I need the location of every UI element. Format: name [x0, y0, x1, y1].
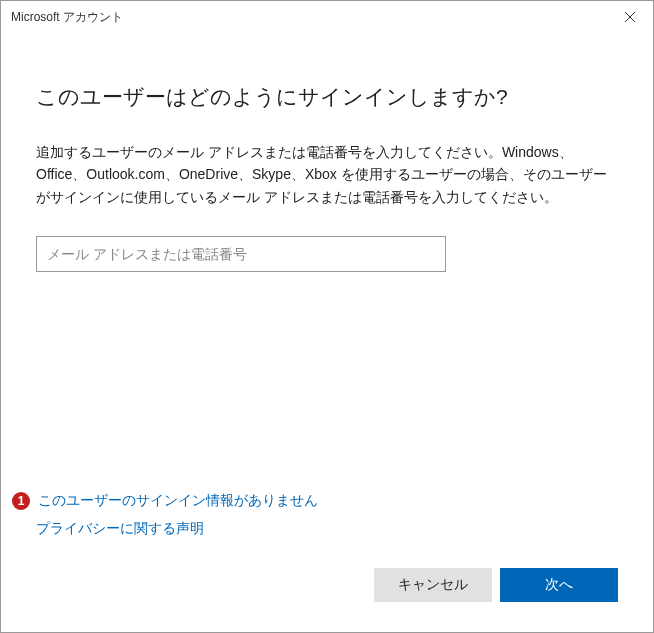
- button-row: キャンセル 次へ: [36, 568, 618, 612]
- links-section: 1 このユーザーのサインイン情報がありません プライバシーに関する声明: [36, 492, 618, 548]
- close-icon: [625, 12, 635, 22]
- no-signin-info-link[interactable]: このユーザーのサインイン情報がありません: [38, 492, 318, 510]
- close-button[interactable]: [607, 1, 653, 33]
- titlebar: Microsoft アカウント: [1, 1, 653, 33]
- next-button[interactable]: 次へ: [500, 568, 618, 602]
- page-heading: このユーザーはどのようにサインインしますか?: [36, 83, 618, 111]
- email-phone-input[interactable]: [36, 236, 446, 272]
- link-row-privacy: プライバシーに関する声明: [36, 520, 618, 538]
- link-row-no-signin: 1 このユーザーのサインイン情報がありません: [36, 492, 618, 510]
- cancel-button[interactable]: キャンセル: [374, 568, 492, 602]
- callout-badge-1: 1: [12, 492, 30, 510]
- privacy-link[interactable]: プライバシーに関する声明: [36, 520, 204, 538]
- content-area: このユーザーはどのようにサインインしますか? 追加するユーザーのメール アドレス…: [1, 33, 653, 632]
- window-title: Microsoft アカウント: [11, 9, 607, 26]
- description-text: 追加するユーザーのメール アドレスまたは電話番号を入力してください。Window…: [36, 141, 618, 208]
